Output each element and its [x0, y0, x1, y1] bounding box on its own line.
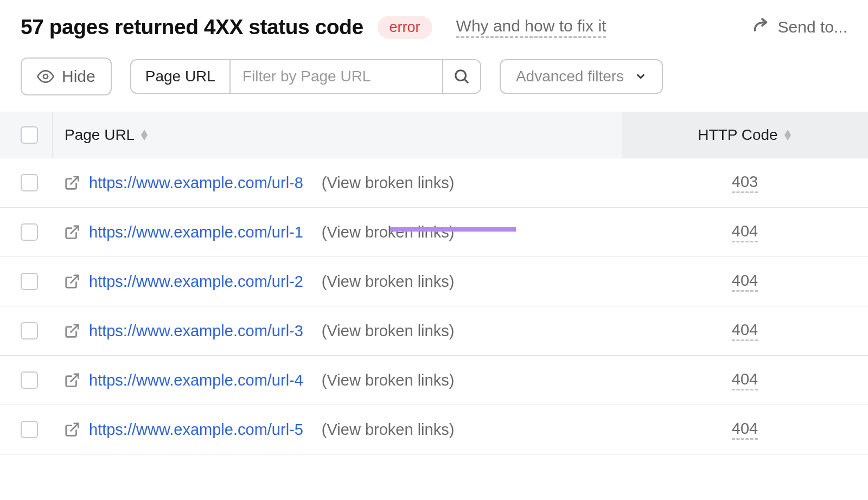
table-row: https://www.example.com/url-1(View broke…	[0, 208, 868, 257]
row-checkbox[interactable]	[21, 421, 38, 438]
external-link-icon	[64, 323, 80, 339]
external-link-icon	[64, 421, 80, 438]
advanced-filters-button[interactable]: Advanced filters	[500, 59, 663, 94]
svg-marker-6	[784, 135, 791, 140]
sort-icon	[140, 130, 149, 140]
view-broken-links[interactable]: (View broken links)	[322, 273, 454, 291]
table-row: https://www.example.com/url-8(View broke…	[0, 158, 868, 208]
svg-line-10	[71, 325, 79, 332]
svg-line-7	[71, 177, 79, 184]
svg-line-12	[71, 424, 79, 431]
row-select-col	[21, 322, 52, 339]
url-cell: https://www.example.com/url-5(View broke…	[52, 421, 622, 439]
row-checkbox[interactable]	[21, 223, 38, 241]
http-code-value[interactable]: 403	[732, 173, 758, 193]
column-page-url-label: Page URL	[65, 126, 135, 144]
page-url-link[interactable]: https://www.example.com/url-3	[89, 322, 303, 340]
table-row: https://www.example.com/url-4(View broke…	[0, 356, 868, 405]
column-http-code[interactable]: HTTP Code	[622, 112, 868, 158]
row-select-col	[21, 371, 52, 389]
table-row: https://www.example.com/url-2(View broke…	[0, 257, 868, 306]
search-button[interactable]	[442, 60, 480, 93]
page-url-link[interactable]: https://www.example.com/url-8	[89, 174, 303, 192]
svg-line-11	[71, 374, 79, 382]
http-code-cell: 404	[622, 420, 868, 440]
view-broken-links[interactable]: (View broken links)	[322, 174, 454, 192]
http-code-value[interactable]: 404	[732, 420, 758, 440]
http-code-value[interactable]: 404	[732, 370, 758, 390]
http-code-cell: 404	[622, 370, 868, 390]
svg-marker-4	[141, 135, 148, 140]
hide-button[interactable]: Hide	[21, 57, 112, 95]
eye-icon	[37, 68, 54, 85]
table-body: https://www.example.com/url-8(View broke…	[0, 158, 868, 454]
select-all-checkbox[interactable]	[21, 126, 38, 144]
controls-bar: Hide Page URL Advanced filters	[0, 39, 868, 112]
http-code-cell: 404	[622, 321, 868, 341]
filter-type-select[interactable]: Page URL	[131, 60, 231, 93]
chevron-down-icon	[635, 70, 647, 82]
svg-point-0	[43, 74, 48, 79]
select-all-col	[21, 126, 52, 144]
http-code-cell: 404	[622, 222, 868, 242]
view-broken-links[interactable]: (View broken links)	[322, 371, 454, 389]
row-checkbox[interactable]	[21, 322, 38, 339]
hide-label: Hide	[62, 67, 95, 86]
svg-line-9	[71, 275, 79, 283]
page-url-link[interactable]: https://www.example.com/url-2	[89, 273, 303, 291]
column-http-code-label: HTTP Code	[698, 126, 777, 144]
filter-input[interactable]	[231, 60, 442, 93]
svg-line-8	[71, 226, 79, 234]
highlight-underline	[390, 227, 516, 232]
advanced-filters-label: Advanced filters	[516, 68, 624, 85]
filter-group: Page URL	[130, 59, 481, 94]
view-broken-links[interactable]: (View broken links)	[322, 322, 454, 340]
sort-icon	[783, 130, 792, 140]
url-cell: https://www.example.com/url-4(View broke…	[52, 371, 622, 389]
send-to-button[interactable]: Send to...	[751, 17, 847, 37]
http-code-cell: 403	[622, 173, 868, 193]
page-title: 57 pages returned 4XX status code	[21, 15, 363, 39]
external-link-icon	[64, 175, 80, 191]
url-cell: https://www.example.com/url-8(View broke…	[52, 174, 622, 192]
http-code-cell: 404	[622, 272, 868, 292]
svg-marker-3	[141, 130, 148, 135]
page-url-link[interactable]: https://www.example.com/url-5	[89, 421, 303, 439]
view-broken-links[interactable]: (View broken links)	[322, 223, 454, 241]
share-arrow-icon	[751, 17, 770, 37]
column-page-url[interactable]: Page URL	[52, 112, 622, 158]
row-checkbox[interactable]	[21, 371, 38, 389]
table-header: Page URL HTTP Code	[0, 112, 868, 158]
http-code-value[interactable]: 404	[732, 272, 758, 292]
error-badge: error	[378, 16, 432, 39]
page-url-link[interactable]: https://www.example.com/url-4	[89, 371, 303, 389]
external-link-icon	[64, 273, 80, 290]
table-row: https://www.example.com/url-3(View broke…	[0, 306, 868, 356]
row-checkbox[interactable]	[21, 174, 38, 191]
row-select-col	[21, 174, 52, 191]
row-select-col	[21, 421, 52, 438]
external-link-icon	[64, 224, 80, 240]
table-row: https://www.example.com/url-5(View broke…	[0, 405, 868, 454]
url-cell: https://www.example.com/url-3(View broke…	[52, 322, 622, 340]
row-checkbox[interactable]	[21, 273, 38, 290]
url-cell: https://www.example.com/url-1(View broke…	[52, 223, 622, 241]
view-broken-links[interactable]: (View broken links)	[322, 421, 454, 439]
svg-marker-5	[784, 130, 791, 135]
http-code-value[interactable]: 404	[732, 222, 758, 242]
page-header: 57 pages returned 4XX status code error …	[0, 0, 868, 39]
svg-line-2	[464, 79, 468, 82]
row-select-col	[21, 273, 52, 290]
http-code-value[interactable]: 404	[732, 321, 758, 341]
url-cell: https://www.example.com/url-2(View broke…	[52, 273, 622, 291]
external-link-icon	[64, 372, 80, 388]
fix-link[interactable]: Why and how to fix it	[456, 17, 607, 38]
send-to-label: Send to...	[778, 18, 847, 36]
search-icon	[454, 68, 470, 85]
page-url-link[interactable]: https://www.example.com/url-1	[89, 223, 303, 241]
row-select-col	[21, 223, 52, 241]
